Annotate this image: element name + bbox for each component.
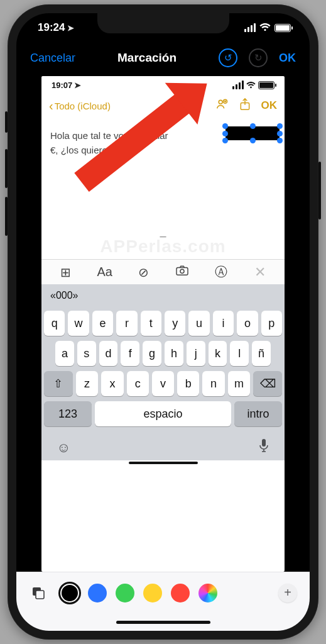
markup-canvas[interactable]: 19:07 ➤ ‹ <box>16 74 310 572</box>
svg-rect-5 <box>262 439 266 447</box>
notes-back-label: Todo (iCloud) <box>55 101 111 111</box>
key-a[interactable]: a <box>55 341 74 366</box>
location-icon: ➤ <box>67 23 74 33</box>
redaction-shape[interactable] <box>225 126 280 140</box>
watermark: APPerlas.com <box>41 236 285 257</box>
color-red[interactable] <box>171 584 190 602</box>
key-s[interactable]: s <box>77 341 96 366</box>
chevron-left-icon: ‹ <box>49 99 53 112</box>
resize-handle[interactable] <box>250 123 256 129</box>
suggestion-text[interactable]: «000» <box>50 290 79 301</box>
notch <box>97 13 229 33</box>
key-j[interactable]: j <box>187 341 205 366</box>
key-m[interactable]: m <box>228 371 250 396</box>
resize-handle[interactable] <box>250 138 256 143</box>
mute-switch <box>5 111 8 133</box>
dismiss-toolbar-icon[interactable]: ✕ <box>249 264 271 280</box>
key-enye[interactable]: ñ <box>252 341 271 366</box>
key-e[interactable]: e <box>92 311 113 336</box>
markup-palette: + <box>16 572 310 613</box>
screenshot-content: 19:07 ➤ ‹ <box>41 76 285 572</box>
resize-handle[interactable] <box>222 131 228 136</box>
key-w[interactable]: w <box>68 311 89 336</box>
status-bar-inner: 19:07 ➤ <box>41 76 285 94</box>
notes-back-button[interactable]: ‹ Todo (iCloud) <box>49 99 111 112</box>
key-c[interactable]: c <box>127 371 149 396</box>
key-i[interactable]: i <box>213 311 234 336</box>
keyboard-suggestion-bar[interactable]: «000» <box>41 284 285 307</box>
key-z[interactable]: z <box>76 371 98 396</box>
camera-icon[interactable] <box>171 265 193 279</box>
key-r[interactable]: r <box>116 311 137 336</box>
key-l[interactable]: l <box>230 341 249 366</box>
redo-button: ↻ <box>249 48 268 67</box>
cancel-button[interactable]: Cancelar <box>30 52 75 65</box>
key-k[interactable]: k <box>209 341 227 366</box>
markup-pen-icon[interactable]: Ⓐ <box>210 264 232 280</box>
volume-up-button <box>5 149 8 188</box>
key-o[interactable]: o <box>237 311 258 336</box>
numbers-key[interactable]: 123 <box>44 401 92 426</box>
key-row-1: q w e r t y u i o p <box>44 311 282 336</box>
key-row-3: ⇧ z x c v b n m ⌫ <box>44 371 282 396</box>
color-blue[interactable] <box>88 584 107 602</box>
key-row-4: 123 espacio intro <box>44 401 282 426</box>
notes-done-button[interactable]: OK <box>261 99 278 112</box>
home-indicator-outer[interactable] <box>16 613 310 631</box>
key-q[interactable]: q <box>44 311 65 336</box>
clock-outer: 19:24 <box>38 21 65 34</box>
note-body[interactable]: Hola que tal te voy a regalar €, ¿los qu… <box>41 118 285 259</box>
key-y[interactable]: y <box>165 311 185 336</box>
emoji-key[interactable]: ☺ <box>57 440 70 456</box>
phone-body: 19:24 ➤ Cancelar Marcación ↺ ↻ <box>8 4 318 640</box>
key-f[interactable]: f <box>121 341 139 366</box>
add-tool-button[interactable]: + <box>278 584 297 602</box>
svg-rect-7 <box>36 591 44 599</box>
key-b[interactable]: b <box>177 371 199 396</box>
space-key[interactable]: espacio <box>95 401 231 426</box>
backspace-icon: ⌫ <box>260 377 276 391</box>
color-yellow[interactable] <box>143 584 162 602</box>
backspace-key[interactable]: ⌫ <box>253 371 282 396</box>
resize-handle[interactable] <box>277 123 283 129</box>
color-picker-icon[interactable] <box>198 584 217 602</box>
resize-handle[interactable] <box>222 138 228 143</box>
resize-handle[interactable] <box>277 138 283 143</box>
key-v[interactable]: v <box>152 371 174 396</box>
side-button <box>318 162 321 219</box>
cellular-icon <box>244 23 256 32</box>
clock-inner: 19:07 <box>52 80 72 90</box>
key-t[interactable]: t <box>141 311 161 336</box>
dictation-key[interactable] <box>258 438 269 457</box>
share-icon[interactable] <box>239 97 251 114</box>
undo-button[interactable]: ↺ <box>219 48 237 67</box>
color-swatches <box>60 584 217 602</box>
shapes-button[interactable] <box>29 584 48 602</box>
svg-rect-3 <box>177 268 188 275</box>
key-u[interactable]: u <box>188 311 209 336</box>
checklist-icon[interactable]: ⊘ <box>133 265 155 280</box>
color-green[interactable] <box>116 584 134 602</box>
resize-handle[interactable] <box>277 131 283 136</box>
home-indicator-inner <box>129 462 198 464</box>
cellular-icon <box>232 80 244 89</box>
color-black[interactable] <box>60 584 79 602</box>
key-d[interactable]: d <box>99 341 118 366</box>
key-x[interactable]: x <box>101 371 123 396</box>
notes-format-toolbar: ⊞ Aa ⊘ Ⓐ ✕ <box>41 259 285 284</box>
shift-key[interactable]: ⇧ <box>44 371 73 396</box>
resize-handle[interactable] <box>222 123 228 129</box>
key-n[interactable]: n <box>202 371 224 396</box>
keyboard: q w e r t y u i o p a <box>41 307 285 435</box>
wifi-icon <box>259 23 271 33</box>
table-icon[interactable]: ⊞ <box>55 265 77 280</box>
return-key[interactable]: intro <box>234 401 282 426</box>
key-h[interactable]: h <box>165 341 183 366</box>
markup-navbar: Cancelar Marcación ↺ ↻ OK <box>16 42 310 74</box>
wifi-icon <box>246 80 256 91</box>
text-style-button[interactable]: Aa <box>94 265 116 279</box>
done-button[interactable]: OK <box>279 52 296 65</box>
markup-title: Marcación <box>117 51 177 65</box>
key-p[interactable]: p <box>261 311 282 336</box>
key-g[interactable]: g <box>143 341 161 366</box>
